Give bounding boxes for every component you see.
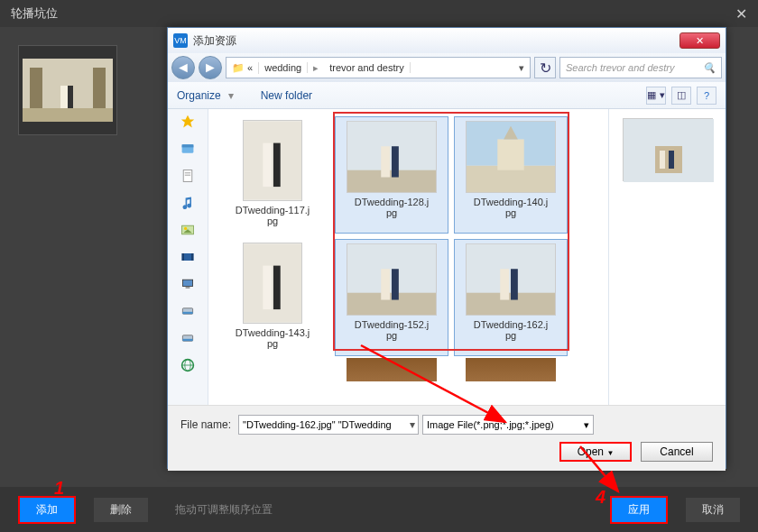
file-dialog: VM 添加资源 ✕ ◄ ► 📁 « wedding ▸ trevor and d… — [167, 27, 726, 469]
apply-button[interactable]: 应用 — [610, 496, 668, 524]
svg-rect-17 — [191, 253, 193, 261]
svg-rect-23 — [182, 339, 192, 341]
search-input[interactable]: Search trevor and destry 🔍 — [559, 57, 722, 78]
computer-icon[interactable] — [180, 277, 196, 291]
file-thumb — [347, 121, 437, 193]
svg-rect-40 — [273, 266, 281, 309]
new-folder-button[interactable]: New folder — [261, 89, 312, 102]
breadcrumb-folder-1[interactable]: wedding — [259, 62, 308, 73]
svg-rect-51 — [660, 151, 665, 169]
filename-input[interactable] — [238, 415, 419, 435]
preview-pane-button[interactable]: ◫ — [671, 87, 691, 105]
file-item[interactable]: DTwedding-162.jpg — [454, 239, 568, 356]
nav-forward-button[interactable]: ► — [199, 56, 222, 79]
preview-pane — [608, 109, 726, 405]
svg-rect-32 — [381, 146, 390, 177]
svg-marker-6 — [181, 115, 194, 128]
file-item[interactable]: DTwedding-117.jpg — [216, 116, 329, 234]
svg-rect-16 — [182, 253, 184, 261]
disk2-icon[interactable] — [180, 331, 196, 345]
svg-rect-4 — [60, 86, 68, 108]
file-name: DTwedding-162.jpg — [474, 319, 549, 341]
videos-icon[interactable] — [180, 250, 196, 264]
close-icon[interactable]: ✕ — [735, 5, 747, 23]
network-icon[interactable] — [180, 358, 196, 372]
svg-rect-43 — [381, 269, 390, 299]
file-name: DTwedding-128.jpg — [355, 197, 430, 218]
annotation-4: 4 — [596, 487, 605, 508]
file-thumb — [347, 243, 437, 316]
dialog-title: 添加资源 — [193, 33, 236, 49]
cancel-button[interactable]: 取消 — [686, 498, 740, 522]
svg-rect-48 — [511, 269, 518, 299]
svg-rect-33 — [392, 146, 399, 177]
annotation-1: 1 — [54, 478, 64, 499]
svg-rect-47 — [500, 269, 509, 299]
svg-rect-44 — [392, 269, 399, 299]
refresh-button[interactable]: ↻ — [534, 57, 556, 78]
svg-rect-21 — [182, 312, 192, 314]
preview-thumb — [623, 118, 713, 181]
file-item[interactable]: DTwedding-152.jpg — [335, 239, 448, 356]
svg-rect-2 — [93, 68, 106, 113]
file-name: DTwedding-117.jpg — [236, 205, 310, 226]
panel-title: 轮播坑位 — [11, 5, 58, 22]
music-icon[interactable] — [180, 196, 196, 210]
svg-rect-18 — [182, 280, 192, 286]
file-name: DTwedding-140.jpg — [474, 197, 549, 218]
file-item[interactable]: DTwedding-143.jpg — [216, 239, 329, 356]
svg-rect-3 — [23, 108, 113, 122]
documents-icon[interactable] — [180, 169, 196, 183]
file-thumb — [466, 243, 556, 316]
pictures-icon[interactable] — [180, 223, 196, 237]
svg-rect-36 — [497, 139, 523, 170]
svg-rect-9 — [183, 170, 192, 182]
svg-rect-38 — [244, 243, 301, 322]
file-name: DTwedding-143.jpg — [236, 327, 310, 349]
add-button[interactable]: 添加 — [18, 496, 76, 524]
chevron-right-icon: ▸ — [308, 62, 324, 74]
svg-rect-1 — [30, 68, 42, 113]
svg-rect-27 — [244, 121, 301, 199]
filename-label: File name: — [180, 418, 231, 431]
svg-rect-29 — [273, 143, 281, 187]
svg-rect-8 — [182, 144, 194, 147]
file-thumb — [466, 121, 556, 193]
dialog-close-button[interactable]: ✕ — [679, 32, 720, 49]
file-thumb — [243, 243, 302, 324]
breadcrumb[interactable]: 📁 « wedding ▸ trevor and destry ▾ — [226, 57, 531, 78]
file-item[interactable]: DTwedding-140.jpg — [454, 116, 568, 234]
svg-rect-52 — [669, 151, 674, 169]
help-button[interactable]: ? — [697, 87, 716, 105]
svg-rect-28 — [263, 143, 272, 187]
open-button[interactable]: Open ▼ — [559, 442, 632, 462]
dialog-cancel-button[interactable]: Cancel — [641, 442, 713, 462]
file-list[interactable]: DTwedding-117.jpgDTwedding-128.jpgDTwedd… — [208, 109, 608, 405]
svg-rect-19 — [186, 287, 190, 289]
favorites-icon[interactable] — [180, 115, 196, 129]
reorder-hint: 拖动可调整顺序位置 — [175, 502, 273, 518]
breadcrumb-folder-2[interactable]: trevor and destry — [324, 62, 411, 73]
search-icon: 🔍 — [703, 62, 716, 74]
svg-rect-5 — [68, 86, 73, 108]
nav-back-button[interactable]: ◄ — [171, 56, 195, 79]
disk-icon[interactable] — [180, 304, 196, 318]
view-options-button[interactable]: ▦ ▾ — [646, 87, 666, 105]
libraries-icon[interactable] — [180, 142, 196, 156]
organize-menu[interactable]: Organize — [177, 89, 221, 102]
svg-rect-39 — [263, 266, 272, 309]
carousel-thumb[interactable] — [18, 45, 117, 135]
file-name: DTwedding-152.jpg — [355, 319, 430, 341]
nav-sidebar — [168, 109, 208, 405]
svg-point-13 — [184, 227, 187, 230]
file-thumb — [243, 120, 302, 201]
file-type-filter[interactable]: Image File(*.png;*.jpg;*.jpeg)▾ — [422, 415, 594, 435]
delete-button[interactable]: 删除 — [94, 498, 148, 522]
app-icon: VM — [173, 33, 188, 48]
file-item[interactable]: DTwedding-128.jpg — [335, 116, 448, 234]
